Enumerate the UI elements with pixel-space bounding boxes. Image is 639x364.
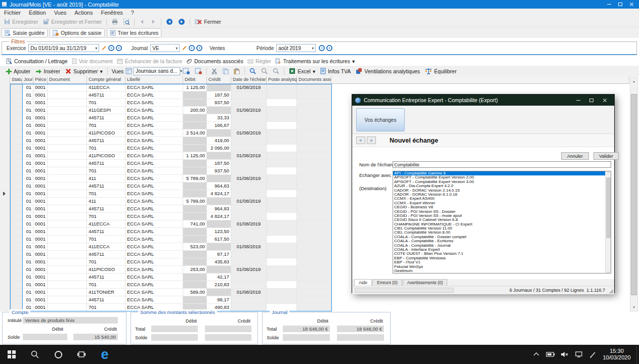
- tab-vos-echanges[interactable]: Vos échanges: [356, 108, 405, 131]
- supprimer-button[interactable]: Supprimer ▾: [63, 67, 105, 75]
- export-format-option[interactable]: API - Comptabilité Gamme 8: [393, 171, 611, 175]
- table-row[interactable]: 010001445711ECCA SARL964,83: [10, 205, 331, 213]
- nav-back-button[interactable]: [137, 18, 148, 25]
- export-format-option[interactable]: EBP - ITool V1: [393, 260, 611, 264]
- restore-button[interactable]: [615, 0, 626, 9]
- table-row[interactable]: 010001445711ECCA SARL87,17: [10, 251, 331, 258]
- fermer-button[interactable]: Fermer: [192, 18, 224, 26]
- task-view-button[interactable]: [70, 345, 93, 364]
- exercice-edit-icon[interactable]: [101, 46, 106, 51]
- nav-previous-button[interactable]: <: [356, 136, 365, 144]
- list-scrollbar[interactable]: ⌃ ⌄: [605, 171, 611, 273]
- search-button[interactable]: [247, 67, 259, 75]
- export-format-option[interactable]: CCMX - Expert AS400: [393, 197, 611, 201]
- table-row[interactable]: 010001701ECCA SARL2 095,00: [10, 145, 331, 152]
- scroll-down-icon[interactable]: ▼: [630, 303, 637, 311]
- table-row[interactable]: 010001701ECCA SARL4 824,17: [10, 190, 331, 198]
- paste-button[interactable]: [231, 67, 242, 75]
- resize-grip[interactable]: [609, 289, 613, 293]
- print-preview-button[interactable]: [121, 18, 132, 26]
- traitements-menu-button[interactable]: Traitements sur les écritures ▾: [273, 58, 357, 65]
- dialog-minimize-button[interactable]: [572, 95, 585, 106]
- enregistrer-et-fermer-button[interactable]: Enregistrer et Fermer: [40, 18, 104, 26]
- menu-actions[interactable]: Actions: [70, 10, 97, 16]
- ventilations-button[interactable]: Ventilations analytiques: [353, 67, 422, 75]
- table-row[interactable]: 010001411TONIERECCA SARL589,0001/08/2019: [10, 289, 331, 296]
- start-button[interactable]: [0, 345, 23, 364]
- col-header-document[interactable]: Document: [48, 76, 87, 84]
- record-next-button[interactable]: [176, 17, 188, 26]
- search-next-button[interactable]: [259, 67, 270, 75]
- journal-prev-button[interactable]: [189, 45, 195, 51]
- dialog-close-button[interactable]: [598, 95, 611, 106]
- ajouter-button[interactable]: Ajouter: [3, 67, 33, 75]
- grid-vertical-scrollbar[interactable]: ▲ ▼: [630, 77, 638, 311]
- list-scroll-down-icon[interactable]: ⌄: [606, 269, 611, 273]
- battery-tray-button[interactable]: [543, 345, 558, 364]
- volume-tray-button[interactable]: [558, 345, 572, 364]
- nom-echange-input[interactable]: Comptabilite: [393, 161, 611, 168]
- table-row[interactable]: 010001701ECCA SARL4 824,17: [10, 213, 331, 220]
- documents-associes-button[interactable]: Documents associés: [184, 58, 245, 65]
- export-format-option[interactable]: AZUR - Dia-Compta Expert 4.2.0: [393, 184, 611, 188]
- export-format-option[interactable]: COTE OUEST - Bilan Plus Version 7.1: [393, 252, 611, 256]
- periode-next-button[interactable]: [326, 45, 332, 51]
- export-format-option[interactable]: CCMX - Expert Winner: [393, 201, 611, 205]
- table-row[interactable]: 010001701ECCA SARL617,50: [10, 236, 331, 243]
- view-export-button[interactable]: [192, 67, 204, 75]
- table-row[interactable]: 010001411ECCAECCA SARL523,0001/08/2019: [10, 243, 331, 251]
- export-format-option[interactable]: CEGID - PGI Version S5 - Dossier: [393, 210, 611, 214]
- export-format-option[interactable]: CADOR - DORAC Version 6.1.0.16: [393, 193, 611, 197]
- export-format-option[interactable]: COALA - Comptabilité - Dossier complet: [393, 235, 611, 239]
- cut-button[interactable]: [209, 67, 220, 75]
- table-row[interactable]: 010001411ECCA SARL5 789,0001/08/2019: [10, 175, 331, 183]
- menu-vues[interactable]: Vues: [50, 10, 71, 16]
- export-format-option[interactable]: CIEL Comptabilité Version 11.00: [393, 226, 611, 231]
- export-format-option[interactable]: APISOFT - Comptabilité Expert Version 3.…: [393, 180, 611, 184]
- tray-chevron-button[interactable]: [529, 345, 543, 364]
- consultation-lettrage-button[interactable]: Consultation / Lettrage: [4, 58, 70, 65]
- table-row[interactable]: 010001411ECCAECCA SARL741,0001/08/2019: [10, 220, 331, 228]
- export-format-option[interactable]: CEGID - PGI Version S5 - mode ajout: [393, 214, 611, 218]
- menu-edition[interactable]: Édition: [25, 10, 50, 16]
- export-format-option[interactable]: Fiducial WinSys: [393, 265, 611, 269]
- table-row[interactable]: 010001445711ECCA SARL98,17: [10, 296, 331, 304]
- record-previous-button[interactable]: [163, 17, 176, 26]
- vues-select[interactable]: Journaux sans d...▾: [134, 67, 180, 75]
- export-format-option[interactable]: CADOR - DORAC Version 2.14.0.15: [393, 189, 611, 193]
- col-header-echeance[interactable]: Date de l'échéance: [231, 76, 267, 84]
- show-desktop-button[interactable]: [636, 345, 639, 364]
- print-button[interactable]: [109, 18, 121, 26]
- col-header-piece[interactable]: Pièce: [33, 76, 48, 84]
- journal-edit-icon[interactable]: [182, 46, 187, 51]
- export-format-option[interactable]: COALA - Comptabilité - Journal: [393, 244, 611, 248]
- taskbar-search-button[interactable]: [23, 345, 47, 364]
- export-format-option[interactable]: COALA - Comptabilité - Ecritures: [393, 239, 611, 243]
- table-row[interactable]: 010001445711ECCA SARL964,83: [10, 183, 331, 190]
- list-scroll-up-icon[interactable]: ⌃: [606, 171, 611, 175]
- tab-aide[interactable]: Aide: [354, 279, 372, 286]
- export-format-option[interactable]: CEGID Sisco II Cabinet Version 6.8: [393, 218, 611, 222]
- menu-fichier[interactable]: Fichier: [0, 10, 25, 16]
- scroll-up-icon[interactable]: ▲: [630, 77, 637, 85]
- export-format-option[interactable]: CEGID - Business V8: [393, 205, 611, 209]
- table-row[interactable]: 010001411ECCAECCA SARL1 125,0001/08/2019: [10, 84, 331, 92]
- scrollbar-thumb[interactable]: [631, 94, 637, 295]
- col-header-poste-analytique[interactable]: Poste analytique: [267, 76, 297, 84]
- export-format-option[interactable]: Gestimum: [393, 269, 611, 273]
- search-prev-button[interactable]: [270, 67, 282, 75]
- network-tray-button[interactable]: [572, 345, 586, 364]
- saisie-guidee-button[interactable]: Saisie guidée: [2, 28, 48, 37]
- table-row[interactable]: 010001445711ECCA SARL33,33: [10, 114, 331, 122]
- close-button[interactable]: [626, 0, 637, 9]
- periode-select[interactable]: août 2019▾: [276, 44, 316, 52]
- excel-export-button[interactable]: Excel ▾: [286, 67, 318, 75]
- col-header-documents-associes[interactable]: Documents associés: [297, 76, 331, 84]
- inserer-button[interactable]: Insérer: [33, 67, 63, 75]
- export-format-option[interactable]: COALA - Interface Expert: [393, 248, 611, 252]
- menu-fenetres[interactable]: Fenêtres: [97, 10, 126, 16]
- nav-forward-button[interactable]: [148, 18, 159, 25]
- table-row[interactable]: 010001701ECCA SARL435,83: [10, 258, 331, 266]
- col-header-credit[interactable]: Crédit: [207, 76, 231, 84]
- table-row[interactable]: 010001411PICOSOECCA SARL1 125,0001/08/20…: [10, 152, 331, 160]
